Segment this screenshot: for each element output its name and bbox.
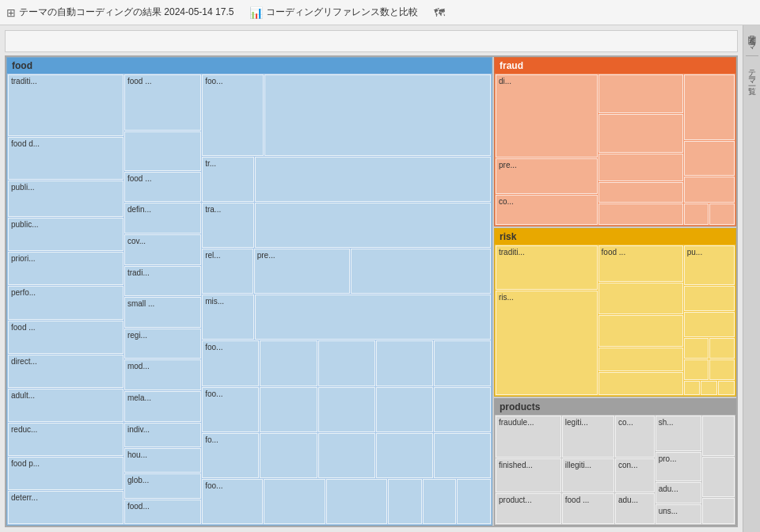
food-cell-g18[interactable] <box>326 479 387 524</box>
food-cell-g11[interactable] <box>376 387 433 432</box>
risk-cell-r4[interactable] <box>598 372 683 396</box>
food-cell-empty2[interactable] <box>264 74 491 156</box>
risk-cell-ris[interactable]: ris... <box>496 291 598 395</box>
food-cell-mela[interactable]: mela... <box>124 391 201 422</box>
food-cell-traditi[interactable]: traditi... <box>8 74 124 136</box>
food-cell-foo1[interactable]: foo... <box>202 74 264 156</box>
risk-cell-s5[interactable] <box>684 359 709 380</box>
fraud-cell-d2[interactable] <box>684 141 735 176</box>
food-cell-indiv[interactable]: indiv... <box>124 423 201 447</box>
products-cell-p2[interactable] <box>702 457 735 497</box>
sidebar-item-2[interactable]: テーマ一覧 <box>745 63 759 83</box>
food-cell-foo3[interactable]: foo... <box>202 387 259 432</box>
food-cell-mis[interactable]: mis... <box>202 294 254 340</box>
food-cell-tradi[interactable]: tradi... <box>124 266 201 297</box>
food-cell-g9[interactable] <box>260 387 317 432</box>
food-cell-food-d[interactable]: food d... <box>8 137 124 180</box>
fraud-cell-di[interactable]: di... <box>496 74 598 158</box>
food-cell-g8[interactable] <box>434 340 491 386</box>
fraud-cell-c2[interactable] <box>598 114 683 153</box>
risk-cell-r2[interactable] <box>598 315 683 347</box>
risk-cell-s9[interactable] <box>718 381 735 396</box>
food-cell-tra[interactable]: tra... <box>202 203 254 248</box>
food-cell-glob[interactable]: glob... <box>124 473 201 498</box>
products-cell-fraudule[interactable]: fraudule... <box>496 416 561 458</box>
title-item-2[interactable]: 📊 コーディングリファレンス数と比較 <box>249 6 418 19</box>
food-cell-publi[interactable]: publi... <box>8 180 124 217</box>
fraud-cell-c1[interactable] <box>598 74 683 113</box>
food-cell-food2[interactable]: food ... <box>8 321 124 354</box>
products-cell-food[interactable]: food ... <box>562 493 614 524</box>
risk-cell-s7[interactable] <box>684 381 701 396</box>
products-cell-illegiti[interactable]: illegiti... <box>562 458 614 492</box>
food-cell-fo[interactable]: fo... <box>202 433 259 478</box>
risk-cell-s4[interactable] <box>709 338 735 359</box>
food-cell-tr[interactable]: tr... <box>202 157 254 202</box>
food-cell-g14[interactable] <box>318 433 375 478</box>
food-cell-adult[interactable]: adult... <box>8 389 124 422</box>
risk-cell-s1[interactable] <box>684 286 735 311</box>
food-cell-g7[interactable] <box>376 340 433 386</box>
fraud-cell-d5[interactable] <box>709 203 735 225</box>
risk-cell-r3[interactable] <box>598 348 683 371</box>
food-cell-g20[interactable] <box>423 479 457 524</box>
food-cell-g6[interactable] <box>318 340 375 386</box>
products-cell-adu2[interactable]: adu... <box>656 482 701 504</box>
risk-cell-r1[interactable] <box>598 283 683 314</box>
food-cell-g12[interactable] <box>434 387 491 432</box>
food-cell-g17[interactable] <box>264 479 325 524</box>
food-cell-reduc[interactable]: reduc... <box>8 423 124 456</box>
food-cell-perfo[interactable]: perfo... <box>8 286 124 319</box>
products-cell-sh[interactable]: sh... <box>656 416 701 451</box>
food-cell-foo4[interactable]: foo... <box>202 479 263 524</box>
food-cell-grid4[interactable] <box>255 294 491 340</box>
risk-cell-s2[interactable] <box>684 312 735 337</box>
food-cell-food5[interactable]: food... <box>124 500 201 524</box>
risk-cell-s8[interactable] <box>701 381 717 396</box>
fraud-cell-c3[interactable] <box>598 154 683 181</box>
food-cell-grid2[interactable] <box>255 203 491 248</box>
fraud-cell-d3[interactable] <box>684 177 735 203</box>
food-cell-priori[interactable]: priori... <box>8 252 124 285</box>
food-cell-foo2[interactable]: foo... <box>202 340 259 386</box>
risk-cell-traditi[interactable]: traditi... <box>496 245 598 290</box>
food-cell-mod[interactable]: mod... <box>124 359 201 390</box>
food-cell-food-p[interactable]: food p... <box>8 457 124 490</box>
products-cell-uns[interactable]: uns... <box>656 504 701 524</box>
risk-cell-food[interactable]: food ... <box>598 245 683 283</box>
food-cell-grid3[interactable] <box>351 249 491 294</box>
products-cell-p3[interactable] <box>702 498 735 524</box>
risk-cell-pu[interactable]: pu... <box>684 245 735 285</box>
fraud-cell-pre[interactable]: pre... <box>496 158 598 194</box>
food-cell-deterr[interactable]: deterr... <box>8 491 124 524</box>
food-cell-g19[interactable] <box>388 479 422 524</box>
food-cell-small[interactable]: small ... <box>124 297 201 328</box>
fraud-cell-c5[interactable] <box>598 203 683 224</box>
title-item-3[interactable]: 🗺 <box>434 6 445 19</box>
fraud-cell-d4[interactable] <box>684 203 709 225</box>
food-cell-grid1[interactable] <box>255 157 491 202</box>
products-cell-legiti[interactable]: legiti... <box>562 416 614 458</box>
products-cell-product[interactable]: product... <box>496 493 561 524</box>
fraud-cell-d1[interactable] <box>684 74 735 140</box>
risk-cell-s3[interactable] <box>684 338 709 359</box>
food-cell-defin[interactable]: defin... <box>124 203 201 234</box>
sidebar-item-1[interactable]: 関連テーマ <box>745 28 759 49</box>
food-cell-pre[interactable]: pre... <box>254 249 350 294</box>
products-cell-p1[interactable] <box>702 416 735 456</box>
food-cell-g13[interactable] <box>260 433 317 478</box>
food-cell-g16[interactable] <box>434 433 491 478</box>
food-cell-cov[interactable]: cov... <box>124 234 201 265</box>
food-cell-g10[interactable] <box>318 387 375 432</box>
products-cell-finished[interactable]: finished... <box>496 458 561 492</box>
food-cell-food4[interactable]: food ... <box>124 172 201 203</box>
food-cell-regi[interactable]: regi... <box>124 329 201 359</box>
products-cell-adu1[interactable]: adu... <box>615 493 655 524</box>
fraud-cell-c4[interactable] <box>598 182 683 203</box>
food-cell-g21[interactable] <box>457 479 491 524</box>
food-cell-rel[interactable]: rel... <box>202 249 253 294</box>
food-cell-food3[interactable]: food ... <box>124 74 201 131</box>
risk-cell-s6[interactable] <box>709 359 735 380</box>
products-cell-con[interactable]: con... <box>615 458 655 492</box>
food-cell-g5[interactable] <box>260 340 317 386</box>
